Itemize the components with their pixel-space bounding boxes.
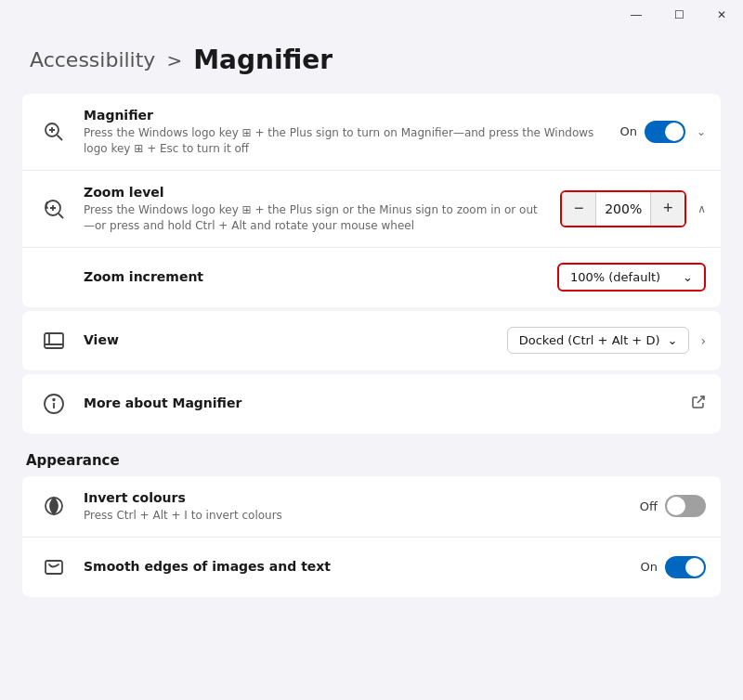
svg-line-14: [697, 396, 704, 403]
magnifier-toggle-label: On: [619, 124, 636, 138]
more-about-row: More about Magnifier: [22, 374, 721, 434]
title-bar: — ☐ ✕: [0, 0, 743, 30]
zoom-stepper: − 200% +: [560, 190, 686, 227]
zoom-increment-chevron-icon: ⌄: [683, 270, 693, 284]
magnifier-label: Magnifier: [84, 107, 606, 123]
invert-colours-toggle[interactable]: [665, 495, 706, 517]
zoom-increment-spacer: [37, 261, 71, 294]
smooth-edges-row: Smooth edges of images and text On: [22, 538, 721, 597]
appearance-heading: Appearance: [22, 452, 721, 469]
invert-colours-icon: [37, 489, 71, 523]
zoom-level-desc: Press the Windows logo key ⊞ + the Plus …: [84, 202, 547, 234]
more-about-card: More about Magnifier: [22, 374, 721, 434]
magnifier-toggle[interactable]: [645, 121, 685, 143]
smooth-edges-label: Smooth edges of images and text: [84, 558, 628, 575]
view-text: View: [84, 331, 494, 348]
magnifier-row: Magnifier Press the Windows logo key ⊞ +…: [22, 94, 721, 171]
zoom-increment-row: Zoom increment 100% (default) ⌄: [22, 248, 721, 307]
more-about-text: More about Magnifier: [84, 395, 678, 411]
invert-colours-row: Invert colours Press Ctrl + Alt + I to i…: [22, 476, 721, 538]
invert-colours-desc: Press Ctrl + Alt + I to invert colours: [84, 508, 627, 524]
magnifier-card: Magnifier Press the Windows logo key ⊞ +…: [22, 94, 721, 307]
zoom-value: 200%: [595, 192, 651, 226]
magnifier-text: Magnifier Press the Windows logo key ⊞ +…: [84, 107, 606, 157]
external-link-icon[interactable]: [691, 395, 706, 413]
more-about-icon: [37, 387, 71, 421]
close-button[interactable]: ✕: [700, 0, 743, 30]
svg-point-13: [53, 398, 55, 400]
magnifier-chevron[interactable]: ⌄: [697, 125, 706, 138]
minimize-button[interactable]: —: [615, 0, 658, 30]
breadcrumb-parent[interactable]: Accessibility: [30, 48, 155, 71]
smooth-edges-icon: [37, 551, 71, 584]
view-card: View Docked (Ctrl + Alt + D) ⌄ ›: [22, 311, 721, 370]
view-dropdown[interactable]: Docked (Ctrl + Alt + D) ⌄: [507, 327, 690, 354]
magnifier-control: On ⌄: [619, 121, 706, 143]
zoom-increment-value: 100% (default): [570, 270, 660, 284]
smooth-edges-control: On: [641, 556, 706, 578]
invert-colours-control: Off: [640, 495, 706, 517]
view-icon: [37, 324, 71, 357]
magnifier-desc: Press the Windows logo key ⊞ + the Plus …: [84, 125, 606, 157]
zoom-increment-label: Zoom increment: [84, 268, 544, 285]
view-label: View: [84, 331, 494, 348]
breadcrumb: Accessibility > Magnifier: [0, 30, 743, 94]
invert-colours-toggle-label: Off: [640, 499, 658, 513]
zoom-decrease-button[interactable]: −: [562, 192, 595, 226]
view-control: Docked (Ctrl + Alt + D) ⌄ ›: [507, 327, 706, 354]
zoom-level-text: Zoom level Press the Windows logo key ⊞ …: [84, 184, 547, 234]
appearance-card: Invert colours Press Ctrl + Alt + I to i…: [22, 476, 721, 597]
zoom-level-icon: [37, 192, 71, 226]
zoom-increase-button[interactable]: +: [651, 192, 684, 226]
page-title: Magnifier: [193, 45, 332, 75]
invert-colours-label: Invert colours: [84, 489, 627, 506]
maximize-button[interactable]: ☐: [658, 0, 700, 30]
magnifier-icon: [37, 115, 71, 149]
svg-line-1: [58, 135, 63, 140]
main-content: Magnifier Press the Windows logo key ⊞ +…: [0, 94, 743, 597]
smooth-edges-toggle-label: On: [641, 560, 658, 574]
view-arrow-icon[interactable]: ›: [700, 333, 706, 348]
more-about-label[interactable]: More about Magnifier: [84, 395, 678, 411]
invert-colours-text: Invert colours Press Ctrl + Alt + I to i…: [84, 489, 627, 524]
zoom-increment-dropdown[interactable]: 100% (default) ⌄: [557, 263, 706, 292]
view-row: View Docked (Ctrl + Alt + D) ⌄ ›: [22, 311, 721, 370]
view-chevron-icon: ⌄: [667, 333, 677, 347]
view-value: Docked (Ctrl + Alt + D): [519, 333, 660, 347]
svg-rect-8: [45, 333, 63, 348]
zoom-level-label: Zoom level: [84, 184, 547, 201]
smooth-edges-toggle[interactable]: [665, 556, 706, 578]
more-about-control: [691, 395, 706, 413]
zoom-level-control: − 200% + ∧: [560, 190, 706, 227]
zoom-increment-text: Zoom increment: [84, 268, 544, 285]
zoom-level-row: Zoom level Press the Windows logo key ⊞ …: [22, 171, 721, 248]
breadcrumb-separator: >: [166, 49, 182, 71]
zoom-level-chevron[interactable]: ∧: [697, 202, 706, 215]
smooth-edges-text: Smooth edges of images and text: [84, 558, 628, 575]
svg-line-5: [59, 214, 63, 218]
zoom-increment-control: 100% (default) ⌄: [557, 263, 706, 292]
